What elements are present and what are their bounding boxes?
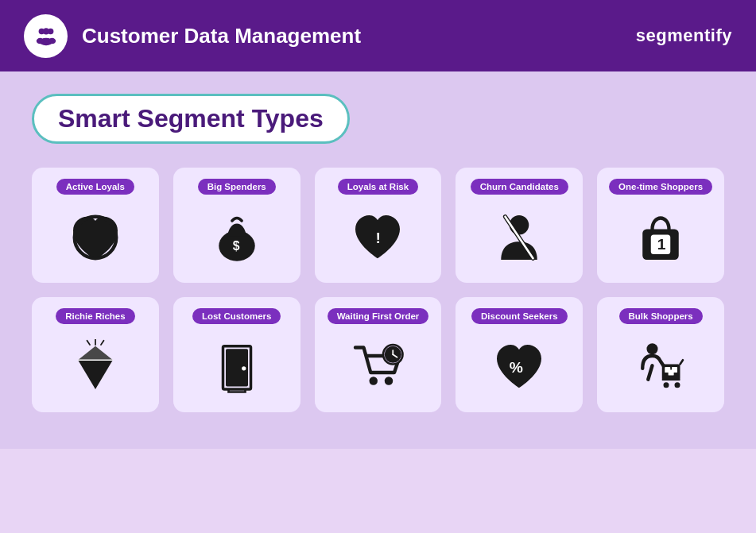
svg-point-24 <box>242 366 246 370</box>
person-slash-icon <box>491 206 547 268</box>
segment-card-discount-seekers[interactable]: Discount Seekers % <box>456 297 583 412</box>
bag-one-icon: 1 <box>633 206 688 268</box>
main-content: Smart Segment Types Active Loyals Big Sp… <box>0 71 756 449</box>
segment-card-one-time-shoppers[interactable]: One-time Shoppers 1 <box>597 168 724 283</box>
segment-label-loyals-at-risk: Loyals at Risk <box>338 179 418 195</box>
segment-card-bulk-shoppers[interactable]: Bulk Shoppers <box>597 297 724 412</box>
segment-label-churn-candidates: Churn Candidates <box>471 179 568 195</box>
svg-point-38 <box>675 382 680 388</box>
avatar <box>24 14 68 58</box>
svg-point-37 <box>664 382 669 388</box>
users-icon <box>34 24 58 48</box>
segment-card-churn-candidates[interactable]: Churn Candidates <box>456 168 583 283</box>
segment-label-active-loyals: Active Loyals <box>56 179 134 195</box>
segment-card-loyals-at-risk[interactable]: Loyals at Risk ! <box>315 168 442 283</box>
segments-row-1: Active Loyals Big Spenders $ <box>32 168 724 283</box>
badge-heart-icon <box>68 206 123 268</box>
segment-card-richie-riches[interactable]: Richie Riches <box>32 297 159 412</box>
svg-point-5 <box>48 38 55 44</box>
brand-name: segmentify <box>636 25 732 46</box>
svg-text:%: % <box>510 359 523 376</box>
segment-card-lost-customers[interactable]: Lost Customers <box>173 297 300 412</box>
segment-label-big-spenders: Big Spenders <box>198 179 276 195</box>
segment-card-waiting-first-order[interactable]: Waiting First Order <box>315 297 442 412</box>
section-title: Smart Segment Types <box>58 104 324 133</box>
door-icon <box>209 335 265 398</box>
svg-text:1: 1 <box>657 235 666 252</box>
svg-text:$: $ <box>232 238 239 252</box>
svg-line-21 <box>87 340 90 344</box>
svg-point-4 <box>36 38 43 44</box>
segment-label-bulk-shoppers: Bulk Shoppers <box>619 308 703 324</box>
svg-point-25 <box>370 377 378 385</box>
svg-line-36 <box>680 360 684 364</box>
segment-label-richie-riches: Richie Riches <box>56 308 134 324</box>
segment-label-waiting-first-order: Waiting First Order <box>328 308 429 324</box>
svg-line-20 <box>101 340 104 344</box>
segments-row-2: Richie Riches Lost Customers <box>32 297 724 412</box>
diamond-icon <box>68 335 123 398</box>
segment-card-active-loyals[interactable]: Active Loyals <box>32 168 159 283</box>
svg-point-32 <box>647 343 658 354</box>
person-cart-icon <box>633 335 688 398</box>
svg-point-26 <box>385 377 394 385</box>
segment-label-discount-seekers: Discount Seekers <box>471 308 568 324</box>
header: Customer Data Management segmentify <box>0 0 756 71</box>
heart-percent-icon: % <box>491 335 547 398</box>
heart-exclamation-icon: ! <box>350 206 405 268</box>
money-bag-icon: $ <box>209 206 265 268</box>
segment-label-lost-customers: Lost Customers <box>192 308 281 324</box>
svg-point-2 <box>42 28 48 34</box>
header-left: Customer Data Management <box>24 14 361 58</box>
svg-rect-41 <box>669 369 674 375</box>
svg-line-33 <box>648 365 652 380</box>
svg-text:!: ! <box>376 230 381 246</box>
svg-marker-17 <box>78 346 113 360</box>
section-title-wrapper: Smart Segment Types <box>32 94 350 144</box>
header-title: Customer Data Management <box>82 24 361 48</box>
segment-label-one-time-shoppers: One-time Shoppers <box>609 179 712 195</box>
segment-card-big-spenders[interactable]: Big Spenders $ <box>173 168 300 283</box>
cart-clock-icon <box>350 335 405 398</box>
